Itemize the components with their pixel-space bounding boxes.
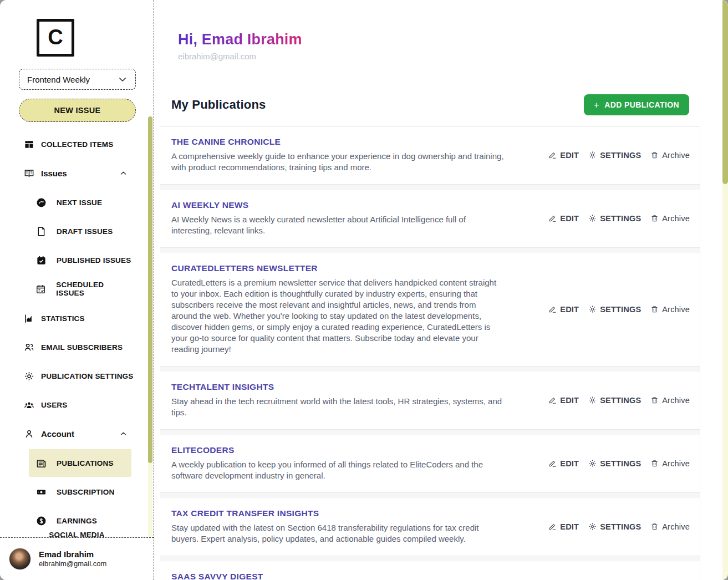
chart-icon bbox=[23, 313, 34, 324]
edit-button[interactable]: EDIT bbox=[548, 396, 579, 405]
publication-actions: EDIT SETTINGS Archive bbox=[548, 305, 690, 314]
publication-row: SAAS SAVVY DIGEST A curated weekly round… bbox=[160, 561, 700, 580]
pencil-icon bbox=[548, 305, 557, 313]
publication-description: AI Weekly News is a weekly curated newsl… bbox=[171, 214, 504, 236]
sidebar-item-email-subscribers[interactable]: EMAIL SUBSCRIBERS bbox=[0, 333, 154, 362]
settings-label: SETTINGS bbox=[600, 459, 641, 468]
edit-button[interactable]: EDIT bbox=[548, 305, 579, 314]
sidebar-item-subscription[interactable]: SUBSCRIPTION bbox=[29, 478, 131, 506]
subscribers-people-icon bbox=[23, 342, 34, 353]
sidebar-item-label: PUBLICATION SETTINGS bbox=[41, 372, 134, 380]
publication-info: ELITECODERS A weekly publication to keep… bbox=[171, 445, 504, 481]
sidebar-item-next-issue[interactable]: NEXT ISSUE bbox=[29, 189, 131, 216]
greeting-email: eibrahim@gmail.com bbox=[178, 52, 689, 61]
publication-info: TECHTALENT INSIGHTS Stay ahead in the te… bbox=[171, 382, 504, 418]
main-scrollbar-thumb[interactable] bbox=[722, 0, 728, 184]
publication-row: ELITECODERS A weekly publication to keep… bbox=[160, 435, 700, 493]
archive-button[interactable]: Archive bbox=[650, 214, 690, 223]
edit-label: EDIT bbox=[560, 214, 579, 223]
edit-button[interactable]: EDIT bbox=[548, 522, 579, 531]
edit-button[interactable]: EDIT bbox=[548, 214, 579, 223]
edit-label: EDIT bbox=[560, 305, 579, 314]
settings-button[interactable]: SETTINGS bbox=[588, 214, 641, 223]
app-logo[interactable]: C bbox=[37, 19, 74, 57]
publication-description: CuratedLetters is a premium newsletter s… bbox=[171, 277, 504, 355]
settings-label: SETTINGS bbox=[600, 305, 641, 314]
sidebar-item-label: SCHEDULED ISSUES bbox=[56, 281, 131, 297]
publication-selector[interactable]: Frontend Weekly bbox=[19, 69, 136, 90]
chevron-down-icon bbox=[118, 74, 128, 84]
publication-title-link[interactable]: AI WEEKLY NEWS bbox=[171, 200, 248, 210]
publication-info: TAX CREDIT TRANSFER INSIGHTS Stay update… bbox=[171, 508, 504, 545]
settings-button[interactable]: SETTINGS bbox=[588, 151, 641, 160]
publication-row: THE CANINE CHRONICLE A comprehensive wee… bbox=[160, 127, 700, 185]
sidebar-user-footer[interactable]: Emad Ibrahim eibrahim@gmail.com bbox=[0, 537, 154, 580]
publications-list: THE CANINE CHRONICLE A comprehensive wee… bbox=[160, 126, 700, 580]
settings-button[interactable]: SETTINGS bbox=[588, 305, 641, 314]
sidebar-item-label: STATISTICS bbox=[41, 314, 85, 323]
publication-row: TAX CREDIT TRANSFER INSIGHTS Stay update… bbox=[160, 498, 700, 556]
publication-title-link[interactable]: THE CANINE CHRONICLE bbox=[171, 137, 281, 147]
person-icon bbox=[23, 429, 34, 439]
sidebar-scrollbar-thumb[interactable] bbox=[148, 116, 152, 463]
sidebar-item-label: EARNINGS bbox=[57, 517, 97, 525]
archive-button[interactable]: Archive bbox=[650, 522, 690, 531]
sidebar-item-statistics[interactable]: STATISTICS bbox=[0, 304, 154, 333]
banknote-icon bbox=[35, 487, 47, 497]
settings-button[interactable]: SETTINGS bbox=[588, 396, 641, 405]
edit-button[interactable]: EDIT bbox=[548, 459, 579, 468]
sidebar-item-publication-settings[interactable]: PUBLICATION SETTINGS bbox=[0, 362, 154, 390]
pencil-icon bbox=[548, 214, 557, 222]
calendar-schedule-icon bbox=[35, 284, 46, 294]
archive-button[interactable]: Archive bbox=[650, 459, 690, 468]
book-open-icon bbox=[23, 168, 34, 179]
sidebar-item-label: EMAIL SUBSCRIBERS bbox=[41, 343, 123, 352]
publication-title-link[interactable]: TAX CREDIT TRANSFER INSIGHTS bbox=[171, 508, 319, 518]
add-publication-button[interactable]: + ADD PUBLICATION bbox=[584, 94, 689, 115]
edit-label: EDIT bbox=[560, 522, 579, 531]
dollar-circle-icon bbox=[35, 516, 47, 526]
users-group-icon bbox=[23, 400, 34, 410]
archive-button[interactable]: Archive bbox=[650, 151, 690, 160]
archive-label: Archive bbox=[662, 151, 690, 160]
gear-icon bbox=[588, 459, 597, 467]
sidebar-item-label: PUBLISHED ISSUES bbox=[57, 256, 131, 264]
publication-info: THE CANINE CHRONICLE A comprehensive wee… bbox=[171, 137, 504, 173]
sidebar-item-published-issues[interactable]: PUBLISHED ISSUES bbox=[29, 246, 131, 274]
gear-icon bbox=[588, 151, 597, 159]
issues-subitems: NEXT ISSUE DRAFT ISSUES PUBLISHED ISSUES bbox=[0, 189, 154, 303]
logo-letter: C bbox=[48, 27, 63, 48]
settings-button[interactable]: SETTINGS bbox=[588, 522, 641, 531]
account-subitems: PUBLICATIONS SUBSCRIPTION EARNINGS bbox=[0, 449, 154, 535]
publication-actions: EDIT SETTINGS Archive bbox=[548, 396, 690, 405]
archive-label: Archive bbox=[662, 459, 690, 468]
gear-icon bbox=[588, 214, 597, 222]
sidebar-item-collected-items[interactable]: COLLECTED ITEMS bbox=[0, 130, 154, 159]
sidebar-item-label: USERS bbox=[41, 401, 68, 409]
publication-title-link[interactable]: TECHTALENT INSIGHTS bbox=[171, 382, 274, 392]
sidebar-item-users[interactable]: USERS bbox=[0, 390, 154, 419]
settings-button[interactable]: SETTINGS bbox=[588, 459, 641, 468]
chevron-up-icon bbox=[119, 169, 128, 177]
publication-title-link[interactable]: SAAS SAVVY DIGEST bbox=[171, 572, 263, 580]
archive-label: Archive bbox=[662, 396, 690, 405]
sidebar-item-draft-issues[interactable]: DRAFT ISSUES bbox=[29, 217, 131, 245]
archive-button[interactable]: Archive bbox=[650, 396, 690, 405]
sidebar-section-issues[interactable]: Issues bbox=[0, 159, 154, 187]
trash-icon bbox=[650, 396, 659, 404]
archive-button[interactable]: Archive bbox=[650, 305, 690, 314]
sidebar-section-account[interactable]: Account bbox=[0, 419, 154, 448]
publication-title-link[interactable]: ELITECODERS bbox=[171, 445, 235, 455]
publication-description: A comprehensive weekly guide to enhance … bbox=[171, 151, 504, 173]
edit-button[interactable]: EDIT bbox=[548, 151, 579, 160]
publication-info: AI WEEKLY NEWS AI Weekly News is a weekl… bbox=[171, 200, 504, 236]
sidebar-item-scheduled-issues[interactable]: SCHEDULED ISSUES bbox=[29, 275, 131, 303]
publication-title-link[interactable]: CURATEDLETTERS NEWSLETTER bbox=[171, 263, 318, 273]
user-avatar[interactable] bbox=[9, 548, 31, 570]
trash-icon bbox=[650, 151, 659, 159]
edit-label: EDIT bbox=[560, 151, 579, 160]
sidebar-item-publications[interactable]: PUBLICATIONS bbox=[29, 449, 131, 477]
user-email: eibrahim@gmail.com bbox=[39, 559, 106, 568]
new-issue-button[interactable]: NEW ISSUE bbox=[19, 99, 136, 122]
publication-description: Stay ahead in the tech recruitment world… bbox=[171, 396, 504, 418]
